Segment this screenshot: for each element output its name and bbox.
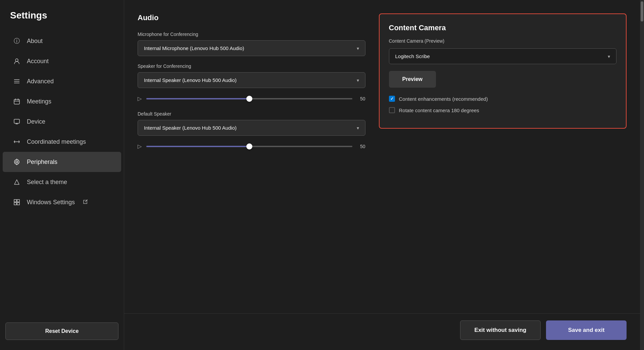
sidebar: Settings ⓘ About Account Advanced Meetin… [0,0,124,350]
meetings-icon [13,97,21,105]
enhancements-row: Content enhancements (recommended) [389,96,617,102]
camera-dropdown[interactable]: Logitech Scribe ▾ [389,48,617,64]
sidebar-item-about[interactable]: ⓘ About [3,31,121,51]
default-volume-fill [146,146,249,147]
sidebar-item-label-peripherals: Peripherals [27,159,57,166]
microphone-label: Microphone for Conferencing [138,32,365,37]
svg-line-20 [85,200,88,202]
preview-button[interactable]: Preview [389,71,436,88]
svg-rect-19 [17,203,19,205]
enhancements-label: Content enhancements (recommended) [399,96,488,102]
sidebar-item-label-about: About [27,38,43,45]
default-play-icon[interactable]: ▷ [138,143,142,149]
sidebar-item-advanced[interactable]: Advanced [3,71,121,91]
rotate-checkbox[interactable] [389,107,395,113]
camera-title: Content Camera [389,24,617,32]
scrollbar-track[interactable] [640,0,644,350]
sidebar-item-label-coordinated: Coordinated meetings [27,138,86,145]
svg-rect-17 [17,200,19,202]
default-volume-slider[interactable] [146,146,352,147]
rotate-label: Rotate content camera 180 degrees [399,107,479,113]
main-content: Audio Microphone for Conferencing Intern… [124,0,640,350]
sidebar-item-label-advanced: Advanced [27,78,54,85]
theme-icon [13,178,21,186]
speaker-volume-row: ▷ 50 [138,95,365,102]
sidebar-item-label-meetings: Meetings [27,98,51,105]
camera-subtitle: Content Camera (Preview) [389,38,617,44]
speaker-volume-value: 50 [357,96,365,101]
sidebar-title: Settings [0,10,124,31]
coordinated-icon [13,138,21,146]
sidebar-item-label-device: Device [27,118,45,125]
svg-point-13 [14,160,19,164]
sidebar-bottom: Reset Device [0,322,124,343]
speaker-volume-slider[interactable] [146,98,352,99]
svg-point-12 [16,161,18,163]
microphone-dropdown[interactable]: Internal Microphone (Lenovo Hub 500 Audi… [138,40,365,56]
default-speaker-dropdown[interactable]: Internal Speaker (Lenovo Hub 500 Audio) … [138,120,365,136]
speaker-chevron: ▾ [357,78,359,83]
camera-selected-value: Logitech Scribe [395,53,430,59]
scrollbar-thumb[interactable] [641,1,643,21]
content-camera-section: Content Camera Content Camera (Preview) … [379,13,627,129]
peripherals-icon [13,158,21,166]
speaker-dropdown[interactable]: Internal Speaker (Lenovo Hub 500 Audio) … [138,72,365,88]
default-speaker-chevron: ▾ [357,125,359,131]
speaker-volume-fill [146,98,249,99]
svg-rect-18 [14,203,16,205]
sidebar-item-peripherals[interactable]: Peripherals [3,152,121,172]
rotate-row: Rotate content camera 180 degrees [389,107,617,113]
sidebar-item-windows-settings[interactable]: Windows Settings [3,192,121,212]
default-speaker-label: Default Speaker [138,111,365,117]
content-area: Audio Microphone for Conferencing Intern… [124,0,640,313]
default-volume-value: 50 [357,144,365,149]
reset-device-button[interactable]: Reset Device [5,322,118,340]
sidebar-item-theme[interactable]: Select a theme [3,172,121,192]
sidebar-item-label-account: Account [27,58,49,65]
audio-section: Audio Microphone for Conferencing Intern… [138,13,365,307]
default-speaker-value: Internal Speaker (Lenovo Hub 500 Audio) [144,125,237,131]
speaker-value: Internal Speaker (Lenovo Hub 500 Audio) [144,77,237,83]
default-volume-row: ▷ 50 [138,143,365,149]
enhancements-checkbox[interactable] [389,96,395,102]
account-icon [13,57,21,65]
speaker-play-icon[interactable]: ▷ [138,95,142,102]
footer: Exit without saving Save and exit [124,313,640,350]
svg-rect-4 [14,99,19,104]
default-volume-thumb[interactable] [246,143,252,149]
microphone-chevron: ▾ [357,46,359,51]
save-and-exit-button[interactable]: Save and exit [546,320,627,340]
svg-point-0 [15,59,18,61]
speaker-volume-thumb[interactable] [246,96,252,102]
sidebar-item-device[interactable]: Device [3,112,121,132]
camera-chevron: ▾ [608,54,610,59]
external-link-icon [83,200,88,205]
sidebar-item-label-windows: Windows Settings [27,199,75,206]
sidebar-item-label-theme: Select a theme [27,179,67,186]
info-icon: ⓘ [13,37,21,45]
device-icon [13,118,21,126]
advanced-icon [13,77,21,85]
sidebar-item-account[interactable]: Account [3,51,121,71]
sidebar-item-meetings[interactable]: Meetings [3,91,121,112]
windows-icon [13,198,21,206]
svg-rect-16 [14,200,16,202]
exit-without-saving-button[interactable]: Exit without saving [460,320,541,340]
sidebar-item-coordinated-meetings[interactable]: Coordinated meetings [3,132,121,152]
audio-title: Audio [138,13,365,22]
svg-rect-8 [14,119,19,123]
microphone-value: Internal Microphone (Lenovo Hub 500 Audi… [144,45,244,51]
speaker-label: Speaker for Conferencing [138,63,365,69]
